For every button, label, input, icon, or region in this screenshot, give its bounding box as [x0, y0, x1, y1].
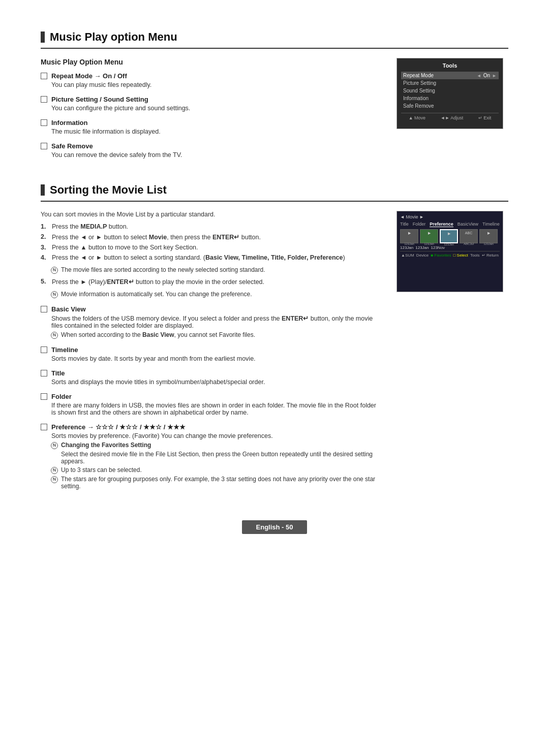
movie-screenshot: ◄ Movie ► Title Folder Preference BasicV…	[396, 211, 503, 292]
thumb-5: ▶ 123Jan	[479, 229, 498, 243]
picture-sound-desc: You can configure the picture and sound …	[51, 105, 381, 112]
basic-view-label: Basic View	[51, 305, 86, 313]
section2-text: You can sort movies in the Movie List by…	[41, 211, 381, 497]
section1-subheading: Music Play Option Menu	[41, 58, 381, 66]
steps-list: 1. Press the MEDIA.P button. 2. Press th…	[41, 223, 381, 261]
menu-item-information: Information The music file information i…	[41, 119, 381, 135]
checkbox-picture-icon	[41, 96, 47, 103]
note-pref-1: N Changing the Favorites Setting	[51, 442, 381, 449]
menu-item-picture-sound: Picture Setting / Sound Setting You can …	[41, 96, 381, 112]
section1: Music Play option Menu Music Play Option…	[41, 30, 508, 166]
tools-row-safe: Safe Remove	[401, 102, 499, 110]
menu-item-title: Title Sorts and displays the movie title…	[41, 369, 381, 386]
movie-top-bar: ◄ Movie ►	[400, 214, 500, 219]
tools-screenshot: Tools Repeat Mode ◄ On ► Picture Setting…	[396, 58, 503, 129]
tools-row-picture: Picture Setting	[401, 79, 499, 87]
thumb-4: ABC ABCJul	[460, 229, 478, 243]
checkbox-pref-icon	[41, 424, 47, 430]
information-desc: The music file information is displayed.	[51, 128, 381, 135]
tools-row-repeat: Repeat Mode ◄ On ►	[401, 72, 499, 79]
note-pref-4: N The stars are for grouping purposes on…	[51, 476, 381, 490]
menu-item-safe-remove: Safe Remove You can remove the device sa…	[41, 142, 381, 159]
checkbox-title-icon	[41, 370, 47, 376]
checkbox-info-icon	[41, 119, 47, 126]
safe-remove-label: Safe Remove	[51, 142, 93, 150]
section1-title-text: Music Play option Menu	[50, 30, 177, 44]
section1-title: Music Play option Menu	[41, 30, 508, 49]
tools-title: Tools	[401, 62, 499, 69]
preference-desc: Sorts movies by preference. (Favorite) Y…	[51, 432, 381, 439]
note-icon-pref1: N	[51, 442, 58, 449]
step-5: 5. Press the ► (Play)/ENTER↵ button to p…	[41, 278, 381, 286]
section2-intro: You can sort movies in the Movie List by…	[41, 211, 381, 218]
tools-row-info: Information	[401, 94, 499, 102]
title-desc: Sorts and displays the movie titles in s…	[51, 379, 381, 386]
repeat-desc: You can play music files repeatedly.	[51, 81, 381, 88]
safe-remove-desc: You can remove the device safely from th…	[51, 151, 381, 159]
menu-item-basic-view: Basic View Shows the folders of the USB …	[41, 305, 381, 339]
menu-item-folder: Folder If there are many folders in USB,…	[41, 393, 381, 416]
section2-title: Sorting the Movie List	[41, 183, 508, 202]
picture-sound-label: Picture Setting / Sound Setting	[51, 96, 148, 103]
thumb-1: ▶ 123Jan	[400, 229, 418, 243]
step-3: 3. Press the ▲ button to move to the Sor…	[41, 244, 381, 251]
note-icon-pref3: N	[51, 467, 58, 474]
note-icon-pref4: N	[51, 476, 58, 483]
step-1: 1. Press the MEDIA.P button.	[41, 223, 381, 230]
note-pref-2: Select the desired movie file in the Fil…	[61, 451, 381, 465]
section1-text: Music Play Option Menu Repeat Mode → On …	[41, 58, 381, 166]
title-label: Title	[51, 369, 65, 377]
note-basic-view: N When sorted according to the Basic Vie…	[51, 331, 381, 339]
movie-thumbnails: ▶ 123Jan ▶ 123Jan ▶ 123Jan ABC ABCJul	[400, 229, 500, 243]
footer-badge: English - 50	[242, 520, 308, 534]
menu-item-repeat: Repeat Mode → On / Off You can play musi…	[41, 72, 381, 88]
checkbox-repeat-icon	[41, 73, 47, 79]
note-icon-step5: N	[51, 291, 58, 298]
step5-list: 5. Press the ► (Play)/ENTER↵ button to p…	[41, 278, 381, 286]
note-icon-step4: N	[51, 267, 58, 274]
folder-label: Folder	[51, 393, 72, 400]
movie-tabs: Title Folder Preference BasicView Timeli…	[400, 222, 500, 227]
thumb-3: ▶ 123Jan	[440, 229, 458, 243]
movie-screenshot-box: ◄ Movie ► Title Folder Preference BasicV…	[396, 211, 508, 497]
tools-nav: ▲ Move ◄► Adjust ↵ Exit	[401, 113, 499, 120]
footer: English - 50	[41, 517, 508, 537]
tools-screenshot-box: Tools Repeat Mode ◄ On ► Picture Setting…	[396, 58, 508, 166]
note-step4: N The movie files are sorted according t…	[51, 266, 381, 274]
repeat-label: Repeat Mode → On / Off	[51, 72, 127, 80]
checkbox-basic-icon	[41, 306, 47, 312]
timeline-label: Timeline	[51, 346, 78, 354]
checkbox-timeline-icon	[41, 346, 47, 353]
step-4: 4. Press the ◄ or ► button to select a s…	[41, 254, 381, 261]
menu-item-preference: Preference → ☆☆☆ / ★☆☆ / ★★☆ / ★★★ Sorts…	[41, 423, 381, 490]
information-label: Information	[51, 119, 88, 127]
note-step5: N Movie information is automatically set…	[51, 291, 381, 298]
section2: Sorting the Movie List You can sort movi…	[41, 183, 508, 497]
step-2: 2. Press the ◄ or ► button to select Mov…	[41, 233, 381, 241]
checkbox-folder-icon	[41, 393, 47, 400]
folder-desc: If there are many folders in USB, the mo…	[51, 402, 381, 416]
section2-title-text: Sorting the Movie List	[50, 183, 167, 197]
preference-label: Preference → ☆☆☆ / ★☆☆ / ★★☆ / ★★★	[51, 423, 186, 431]
menu-item-timeline: Timeline Sorts movies by date. It sorts …	[41, 346, 381, 362]
timeline-desc: Sorts movies by date. It sorts by year a…	[51, 355, 381, 362]
tools-row-sound: Sound Setting	[401, 87, 499, 94]
thumb-2: ▶ 123Jan	[420, 229, 438, 243]
checkbox-safe-icon	[41, 143, 47, 149]
movie-bottom-bar: ▲SUM Device ■ Favorites □ Select Tools ↵…	[400, 251, 500, 258]
basic-view-desc: Shows the folders of the USB memory devi…	[51, 314, 381, 329]
note-icon-basic: N	[51, 332, 58, 339]
note-pref-3: N Up to 3 stars can be selected.	[51, 466, 381, 474]
